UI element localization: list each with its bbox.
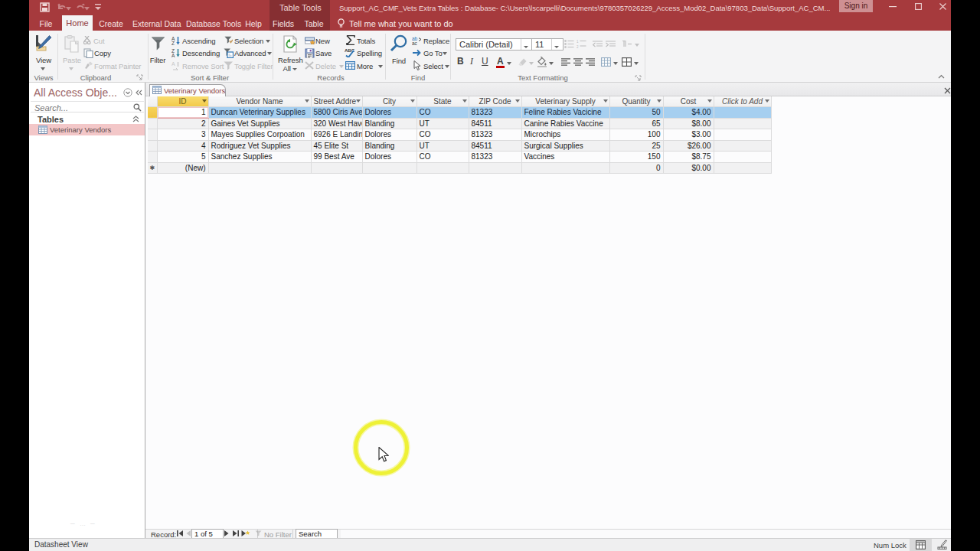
svg-text:2: 2 xyxy=(577,45,579,49)
svg-text:A: A xyxy=(172,53,175,57)
svg-text:1: 1 xyxy=(577,40,579,44)
svg-text:ac: ac xyxy=(412,41,418,45)
svg-text:A: A xyxy=(172,61,175,67)
svg-text:Z: Z xyxy=(172,41,175,45)
